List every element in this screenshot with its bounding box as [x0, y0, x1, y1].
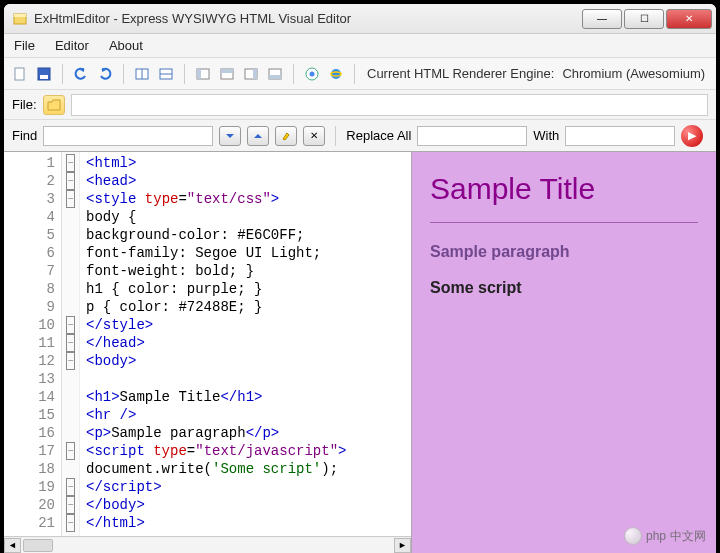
content-area: 123456789101112131415161718192021 −−− −−…	[4, 152, 716, 553]
svg-rect-16	[269, 75, 281, 79]
fold-toggle-icon[interactable]: −	[66, 334, 75, 352]
fold-toggle-icon[interactable]: −	[66, 478, 75, 496]
fold-toggle-icon[interactable]: −	[66, 442, 75, 460]
svg-point-19	[331, 69, 341, 79]
fold-gutter[interactable]: −−− −−− − −−−	[62, 152, 80, 536]
fold-toggle-icon[interactable]: −	[66, 154, 75, 172]
separator	[62, 64, 63, 84]
renderer-label: Current HTML Renderer Engine:	[367, 66, 554, 81]
svg-point-18	[310, 71, 315, 76]
separator	[354, 64, 355, 84]
scroll-left-icon[interactable]: ◄	[4, 538, 21, 553]
file-path-input[interactable]	[71, 94, 708, 116]
fold-toggle-icon[interactable]: −	[66, 190, 75, 208]
with-input[interactable]	[565, 126, 675, 146]
preview-paragraph: Sample paragraph	[430, 243, 698, 261]
window-title: ExHtmlEditor - Express WYSIWYG HTML Visu…	[34, 11, 582, 26]
line-number-gutter: 123456789101112131415161718192021	[4, 152, 62, 536]
app-icon	[12, 11, 28, 27]
split-horizontal-icon[interactable]	[156, 64, 176, 84]
find-prev-icon[interactable]	[247, 126, 269, 146]
minimize-button[interactable]: —	[582, 9, 622, 29]
highlight-icon[interactable]	[275, 126, 297, 146]
clear-find-icon[interactable]: ✕	[303, 126, 325, 146]
fold-toggle-icon[interactable]: −	[66, 496, 75, 514]
svg-rect-4	[40, 75, 48, 79]
svg-rect-14	[253, 69, 257, 79]
close-button[interactable]: ✕	[666, 9, 712, 29]
svg-rect-10	[197, 69, 201, 79]
fold-toggle-icon[interactable]: −	[66, 514, 75, 532]
file-bar: File:	[4, 90, 716, 120]
with-label: With	[533, 128, 559, 143]
separator	[123, 64, 124, 84]
save-icon[interactable]	[34, 64, 54, 84]
replace-label: Replace All	[346, 128, 411, 143]
fold-toggle-icon[interactable]: −	[66, 172, 75, 190]
menu-file[interactable]: File	[14, 38, 35, 53]
file-label: File:	[12, 97, 37, 112]
find-next-icon[interactable]	[219, 126, 241, 146]
main-toolbar: Current HTML Renderer Engine: Chromium (…	[4, 58, 716, 90]
svg-rect-12	[221, 69, 233, 73]
undo-icon[interactable]	[71, 64, 91, 84]
scroll-right-icon[interactable]: ►	[394, 538, 411, 553]
watermark-prefix: php	[646, 529, 666, 543]
separator	[293, 64, 294, 84]
fold-toggle-icon[interactable]: −	[66, 316, 75, 334]
layout3-icon[interactable]	[241, 64, 261, 84]
layout2-icon[interactable]	[217, 64, 237, 84]
titlebar[interactable]: ExHtmlEditor - Express WYSIWYG HTML Visu…	[4, 4, 716, 34]
scroll-thumb[interactable]	[23, 539, 53, 552]
replace-input[interactable]	[417, 126, 527, 146]
renderer-value[interactable]: Chromium (Awesomium)	[562, 66, 705, 81]
watermark-icon	[624, 527, 642, 545]
svg-rect-2	[15, 68, 24, 80]
svg-rect-1	[14, 14, 26, 17]
menubar: File Editor About	[4, 34, 716, 58]
separator	[184, 64, 185, 84]
preview-h1: Sample Title	[430, 172, 698, 206]
ie-icon[interactable]	[326, 64, 346, 84]
preview-script-output: Some script	[430, 279, 698, 297]
maximize-button[interactable]: ☐	[624, 9, 664, 29]
window-controls: — ☐ ✕	[582, 9, 712, 29]
scroll-track[interactable]	[21, 538, 394, 553]
code-editor-pane[interactable]: 123456789101112131415161718192021 −−− −−…	[4, 152, 412, 553]
new-file-icon[interactable]	[10, 64, 30, 84]
code-lines[interactable]: <html><head><style type="text/css">body …	[80, 152, 411, 536]
app-window: ExHtmlEditor - Express WYSIWYG HTML Visu…	[4, 4, 716, 553]
code-area[interactable]: 123456789101112131415161718192021 −−− −−…	[4, 152, 411, 536]
layout4-icon[interactable]	[265, 64, 285, 84]
watermark: php 中文网	[624, 527, 706, 545]
separator	[335, 126, 336, 146]
find-label: Find	[12, 128, 37, 143]
fold-toggle-icon[interactable]: −	[66, 352, 75, 370]
find-input[interactable]	[43, 126, 213, 146]
split-vertical-icon[interactable]	[132, 64, 152, 84]
preview-pane: Sample Title Sample paragraph Some scrip…	[412, 152, 716, 553]
layout1-icon[interactable]	[193, 64, 213, 84]
find-bar: Find ✕ Replace All With ▶	[4, 120, 716, 152]
menu-about[interactable]: About	[109, 38, 143, 53]
redo-icon[interactable]	[95, 64, 115, 84]
watermark-text: 中文网	[670, 528, 706, 545]
open-folder-icon[interactable]	[43, 95, 65, 115]
chrome-icon[interactable]	[302, 64, 322, 84]
preview-hr	[430, 222, 698, 223]
horizontal-scrollbar[interactable]: ◄ ►	[4, 536, 411, 553]
menu-editor[interactable]: Editor	[55, 38, 89, 53]
replace-go-button[interactable]: ▶	[681, 125, 703, 147]
